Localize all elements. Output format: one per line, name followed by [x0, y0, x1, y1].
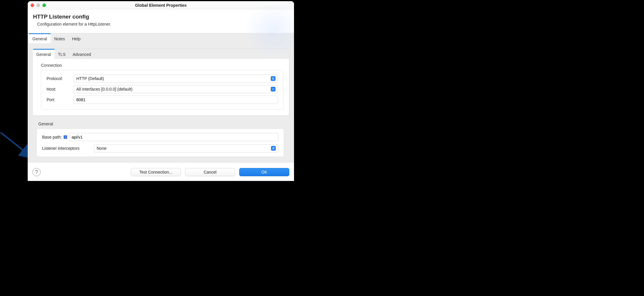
protocol-value: HTTP (Default)	[76, 76, 271, 81]
tab-notes[interactable]: Notes	[51, 33, 69, 43]
host-value: All Interfaces [0.0.0.0] (default)	[76, 87, 271, 92]
listener-interceptors-dropdown-icon	[271, 146, 276, 151]
buttons-bar: ? Test Connection... Cancel OK	[28, 163, 294, 181]
inner-tab-general[interactable]: General	[33, 49, 55, 59]
help-button[interactable]: ?	[32, 168, 41, 176]
listener-interceptors-select[interactable]: None	[94, 144, 278, 152]
host-label: Host:	[47, 87, 72, 92]
inner-tab-advanced[interactable]: Advanced	[69, 49, 95, 59]
protocol-select[interactable]: HTTP (Default)	[74, 74, 278, 83]
zoom-icon[interactable]	[42, 4, 46, 7]
general-group: Base path: i Listener interceptors None	[37, 129, 284, 157]
base-path-input[interactable]	[69, 133, 278, 141]
ok-button[interactable]: OK	[239, 168, 289, 176]
base-path-label: Base path:	[42, 135, 62, 139]
outer-tab-content: General TLS Advanced Connection Protocol…	[28, 43, 294, 163]
minimize-icon[interactable]	[37, 4, 40, 7]
host-dropdown-icon	[271, 87, 275, 92]
dialog-header: HTTP Listener config Configuration eleme…	[28, 9, 294, 33]
help-icon: ?	[35, 169, 38, 175]
listener-interceptors-value: None	[97, 146, 271, 151]
inner-tab-tls[interactable]: TLS	[55, 49, 69, 59]
general-group-label: General	[38, 122, 284, 126]
connection-group: Protocol: HTTP (Default) Host:	[41, 70, 284, 109]
tab-general[interactable]: General	[29, 33, 51, 43]
info-icon: i	[64, 135, 67, 139]
window-title: Global Element Properties	[135, 3, 186, 8]
inner-tab-content: Connection Protocol: HTTP (Default)	[33, 59, 289, 115]
connection-group-label: Connection	[41, 63, 284, 68]
listener-interceptors-label: Listener interceptors	[42, 146, 92, 151]
cancel-button[interactable]: Cancel	[185, 168, 235, 176]
tab-help[interactable]: Help	[68, 33, 84, 43]
test-connection-button[interactable]: Test Connection...	[131, 168, 181, 176]
protocol-dropdown-icon	[271, 76, 275, 81]
port-input[interactable]	[74, 96, 278, 104]
inner-panel: General TLS Advanced Connection Protocol…	[32, 49, 289, 116]
dialog-window: Global Element Properties HTTP Listener …	[28, 1, 294, 181]
close-icon[interactable]	[31, 4, 34, 7]
general-section: General Base path: i Listener intercepto…	[32, 116, 289, 158]
host-select[interactable]: All Interfaces [0.0.0.0] (default)	[74, 85, 278, 93]
port-label: Port:	[47, 97, 72, 102]
inner-tabstrip: General TLS Advanced	[33, 49, 289, 59]
traffic-lights	[31, 4, 46, 7]
svg-line-0	[1, 132, 32, 157]
protocol-label: Protocol:	[47, 76, 72, 81]
